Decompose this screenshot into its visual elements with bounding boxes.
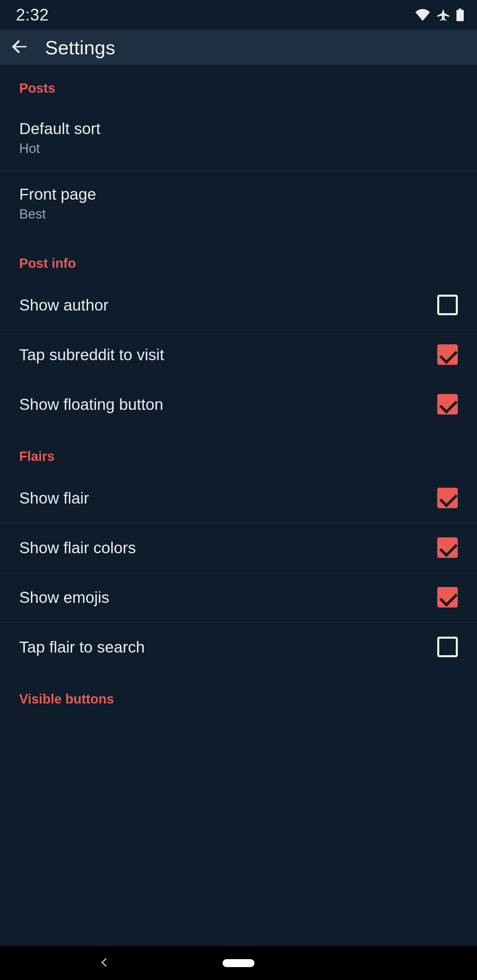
checkbox-show-emojis[interactable]	[437, 587, 458, 608]
checkbox-tap-flair[interactable]	[437, 637, 458, 657]
row-default-sort[interactable]: Default sort Hot	[0, 105, 477, 170]
nav-bar	[0, 946, 477, 980]
checkbox-show-flair[interactable]	[437, 488, 458, 508]
section-header-flairs: Flairs	[0, 429, 477, 473]
row-tap-subreddit[interactable]: Tap subreddit to visit	[0, 330, 477, 379]
checkbox-show-flair-colors[interactable]	[437, 537, 458, 558]
section-header-posts: Posts	[0, 65, 477, 105]
status-time: 2:32	[16, 5, 49, 24]
row-value: Hot	[19, 141, 101, 156]
settings-list: Posts Default sort Hot Front page Best P…	[0, 65, 477, 716]
row-show-author[interactable]: Show author	[0, 280, 477, 330]
page-title: Settings	[45, 37, 115, 59]
status-icons	[415, 8, 464, 22]
back-button[interactable]	[11, 38, 28, 57]
row-show-flair[interactable]: Show flair	[0, 473, 477, 523]
row-title: Show emojis	[19, 588, 109, 606]
row-tap-flair[interactable]: Tap flair to search	[0, 622, 477, 672]
checkbox-tap-subreddit[interactable]	[437, 344, 458, 365]
row-title: Show flair colors	[19, 539, 136, 557]
status-bar: 2:32	[0, 0, 477, 30]
row-title: Tap flair to search	[19, 638, 145, 656]
row-front-page[interactable]: Front page Best	[0, 170, 477, 236]
svg-rect-1	[456, 10, 464, 21]
row-show-emojis[interactable]: Show emojis	[0, 573, 477, 622]
wifi-icon	[415, 9, 430, 21]
app-bar: Settings	[0, 30, 477, 65]
section-header-visible-buttons: Visible buttons	[0, 672, 477, 716]
row-title: Front page	[19, 185, 96, 203]
nav-back-button[interactable]	[99, 958, 109, 969]
checkbox-show-author[interactable]	[437, 295, 458, 315]
row-title: Show author	[19, 296, 108, 314]
airplane-icon	[437, 8, 450, 22]
battery-icon	[456, 9, 464, 21]
svg-rect-0	[459, 9, 461, 10]
row-title: Tap subreddit to visit	[19, 346, 164, 364]
checkbox-floating-button[interactable]	[437, 394, 458, 415]
row-show-flair-colors[interactable]: Show flair colors	[0, 523, 477, 573]
nav-home-pill[interactable]	[223, 959, 254, 967]
row-floating-button[interactable]: Show floating button	[0, 379, 477, 429]
section-header-post-info: Post info	[0, 236, 477, 280]
row-title: Show floating button	[19, 395, 163, 414]
row-title: Show flair	[19, 489, 89, 507]
row-title: Default sort	[19, 119, 101, 138]
row-value: Best	[19, 207, 96, 221]
